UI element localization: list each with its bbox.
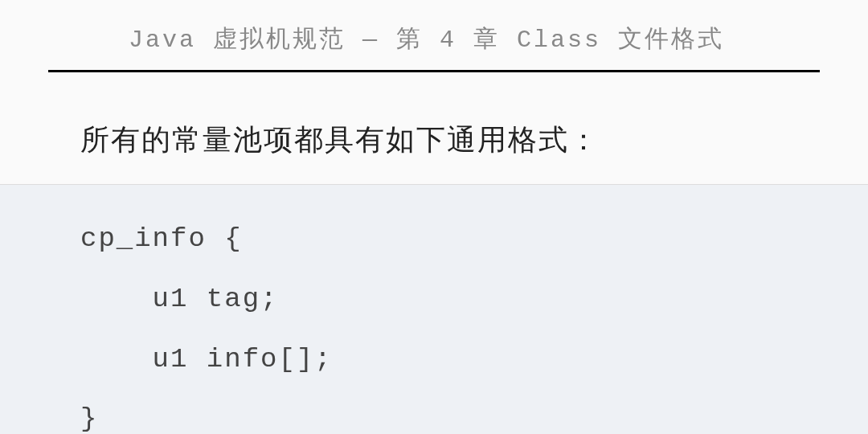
code-line: } — [80, 389, 788, 434]
document-page: Java 虚拟机规范 — 第 4 章 Class 文件格式 所有的常量池项都具有… — [0, 0, 868, 434]
breadcrumb: Java 虚拟机规范 — 第 4 章 Class 文件格式 — [129, 23, 739, 55]
code-line: cp_info { — [80, 209, 788, 269]
page-header: Java 虚拟机规范 — 第 4 章 Class 文件格式 — [48, 0, 820, 72]
intro-paragraph: 所有的常量池项都具有如下通用格式： — [80, 121, 788, 160]
content-section: 所有的常量池项都具有如下通用格式： — [0, 72, 868, 184]
code-line: u1 tag; — [80, 269, 788, 330]
code-line: u1 info[]; — [80, 330, 788, 390]
code-block: cp_info { u1 tag; u1 info[]; } — [0, 184, 868, 434]
